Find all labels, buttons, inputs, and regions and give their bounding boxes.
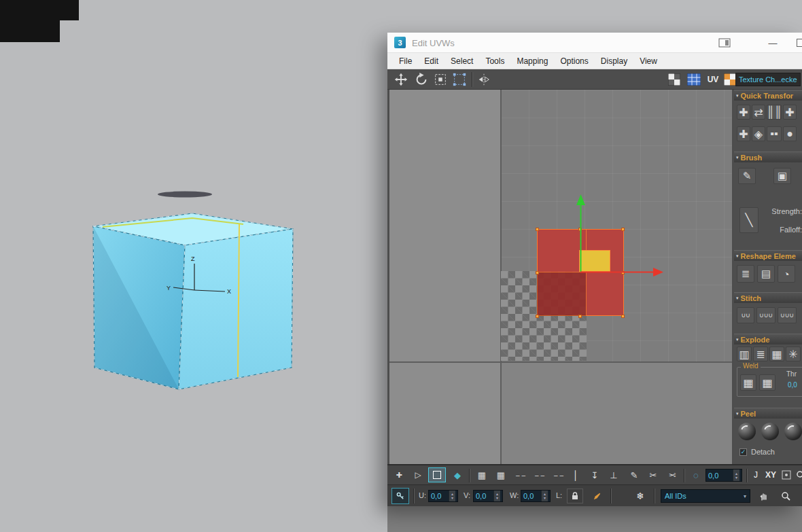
pelt-map-icon[interactable] bbox=[784, 423, 802, 440]
quick-peel-icon[interactable] bbox=[738, 423, 756, 440]
w-coordinate-field[interactable]: 0,0 ▴▾ bbox=[521, 490, 551, 502]
lock-selection-icon[interactable] bbox=[567, 489, 583, 503]
transform-gizmo[interactable] bbox=[389, 90, 732, 464]
stitch-average-icon[interactable]: ∪∪∪ bbox=[778, 307, 797, 323]
align-swap-icon[interactable]: ⇄ bbox=[752, 105, 765, 120]
dock-icon[interactable] bbox=[718, 38, 731, 48]
space-vertical-icon[interactable]: ║║ bbox=[767, 105, 782, 120]
align-pivot-icon[interactable]: ✚ bbox=[737, 126, 750, 141]
align-element-icon[interactable]: ◈ bbox=[752, 126, 765, 141]
menu-display[interactable]: Display bbox=[595, 53, 633, 69]
relax-element-icon[interactable]: ◔ bbox=[778, 265, 795, 283]
texture-checker-icon[interactable] bbox=[723, 73, 737, 86]
xy-space-toggle[interactable]: XY bbox=[763, 468, 779, 482]
freeform-mode-icon[interactable] bbox=[451, 71, 468, 88]
rollout-brush[interactable]: ▾ Brush bbox=[734, 152, 802, 162]
pan-hand-icon[interactable] bbox=[756, 489, 772, 503]
uv-space-label[interactable]: UV bbox=[705, 73, 720, 86]
soft-move-icon[interactable]: ✚ bbox=[391, 468, 406, 482]
menu-edit[interactable]: Edit bbox=[418, 53, 444, 69]
flatten-icon[interactable]: ▦ bbox=[769, 347, 784, 361]
linear-align-icon[interactable]: ▪▪ bbox=[767, 126, 782, 141]
title-bar[interactable]: 3 Edit UVWs — bbox=[387, 33, 802, 53]
v-spinner[interactable]: ▴▾ bbox=[493, 491, 500, 501]
3d-viewport[interactable]: Z X Y bbox=[0, 0, 387, 532]
select-element-cube-icon[interactable]: ◆ bbox=[450, 468, 465, 482]
polygon-select-icon[interactable]: ▷ bbox=[411, 468, 425, 482]
zoom-icon[interactable] bbox=[794, 468, 802, 482]
align-dot-icon[interactable]: ● bbox=[783, 126, 797, 141]
falloff-curve-icon[interactable]: ╲ bbox=[739, 207, 759, 233]
peel-mode-icon[interactable] bbox=[761, 423, 779, 440]
u-spinner[interactable]: ▴▾ bbox=[449, 491, 455, 501]
align-to-bottom-icon[interactable]: ⊥ bbox=[606, 468, 621, 482]
weld-all-icon[interactable]: ▦ bbox=[759, 374, 775, 391]
edge-extend-icon[interactable]: – – bbox=[551, 468, 567, 482]
soft-selection-icon[interactable]: ◌ bbox=[689, 468, 703, 482]
menu-file[interactable]: File bbox=[393, 53, 418, 69]
edge-loop-icon[interactable]: – – bbox=[512, 468, 529, 482]
absolute-mode-button[interactable] bbox=[391, 488, 409, 504]
align-bar-icon[interactable]: │ bbox=[571, 468, 580, 482]
stitch-target-icon[interactable]: ∪∪∪ bbox=[756, 307, 775, 323]
rollout-stitch[interactable]: ▾ Stitch bbox=[734, 292, 802, 303]
u-value[interactable]: 0,0 bbox=[431, 492, 441, 500]
weld-selected-icon[interactable]: ▦ bbox=[740, 374, 756, 391]
material-ids-dropdown[interactable]: All IDs ▾ bbox=[661, 489, 750, 503]
texture-select-dropdown[interactable]: Texture Ch...ecke bbox=[735, 73, 801, 86]
menu-options[interactable]: Options bbox=[554, 53, 594, 69]
element-mode-button[interactable] bbox=[428, 467, 446, 482]
rollout-reshape-elements[interactable]: ▾ Reshape Eleme bbox=[734, 250, 802, 261]
soft-selection-value-field[interactable]: 0,0 ▴▾ bbox=[705, 469, 742, 482]
rectangularize-icon[interactable]: ▤ bbox=[757, 265, 775, 283]
flattened-plane-object[interactable] bbox=[158, 192, 212, 198]
weld-threshold-value[interactable]: 0,0 bbox=[788, 381, 797, 389]
gizmo-x-arrow[interactable] bbox=[653, 268, 663, 277]
edit-seams-icon[interactable]: ✎ bbox=[627, 468, 642, 482]
u-coordinate-field[interactable]: 0,0 ▴▾ bbox=[428, 490, 458, 502]
w-spinner[interactable]: ▴▾ bbox=[541, 491, 548, 501]
show-checker-icon[interactable] bbox=[667, 73, 681, 86]
move-tool-icon[interactable] bbox=[393, 71, 409, 88]
stitch-custom-icon[interactable]: ∪∪ bbox=[737, 307, 754, 323]
freeze-icon[interactable]: ❄ bbox=[632, 489, 648, 503]
break-icon[interactable]: ▥ bbox=[737, 347, 752, 361]
detach-edge-icon[interactable]: ≣ bbox=[753, 347, 768, 361]
limit-icon[interactable] bbox=[780, 468, 792, 482]
grow-selection-icon[interactable]: ▦ bbox=[474, 468, 489, 482]
menu-view[interactable]: View bbox=[633, 53, 663, 69]
gizmo-y-arrow[interactable] bbox=[576, 194, 585, 205]
detach-checkbox[interactable]: ✓ bbox=[739, 448, 747, 456]
paint-brush-icon[interactable]: ✎ bbox=[738, 168, 756, 184]
show-grid-icon[interactable] bbox=[686, 73, 701, 86]
rollout-peel[interactable]: ▾ Peel bbox=[734, 408, 802, 419]
align-plus-icon[interactable]: ✚ bbox=[783, 105, 797, 120]
menu-tools[interactable]: Tools bbox=[479, 53, 510, 69]
rollout-explode[interactable]: ▾ Explode bbox=[734, 334, 802, 344]
edge-ring-icon[interactable]: – – bbox=[531, 468, 548, 482]
convert-seams-icon[interactable]: ✂ bbox=[665, 468, 680, 482]
v-value[interactable]: 0,0 bbox=[476, 492, 486, 500]
explode-icon[interactable]: ✳ bbox=[786, 347, 801, 361]
falloff-curve-button[interactable]: J bbox=[750, 468, 761, 482]
rotate-tool-icon[interactable] bbox=[413, 71, 430, 88]
v-coordinate-field[interactable]: 0,0 ▴▾ bbox=[473, 490, 503, 502]
rollout-quick-transform[interactable]: ▾ Quick Transfor bbox=[734, 90, 802, 101]
point-to-point-seam-icon[interactable]: ✂ bbox=[646, 468, 661, 482]
maximize-button[interactable] bbox=[797, 39, 802, 47]
menu-mapping[interactable]: Mapping bbox=[510, 53, 554, 69]
straighten-icon[interactable]: ≣ bbox=[737, 265, 754, 283]
scale-tool-icon[interactable] bbox=[432, 71, 449, 88]
relax-brush-icon[interactable]: ▣ bbox=[773, 168, 791, 184]
value-spinner[interactable]: ▴▾ bbox=[733, 469, 739, 481]
cube-object[interactable]: Z X Y bbox=[0, 0, 387, 532]
zoom-region-icon[interactable] bbox=[778, 489, 794, 503]
menu-select[interactable]: Select bbox=[444, 53, 479, 69]
soft-selection-value[interactable]: 0,0 bbox=[708, 472, 718, 480]
shrink-selection-icon[interactable]: ▦ bbox=[493, 468, 508, 482]
mirror-tool-icon[interactable] bbox=[476, 71, 492, 88]
highlight-pen-icon[interactable] bbox=[589, 489, 605, 503]
align-horizontal-icon[interactable]: ✚ bbox=[737, 105, 750, 120]
w-value[interactable]: 0,0 bbox=[523, 492, 534, 500]
align-to-edge-icon[interactable]: ↧ bbox=[587, 468, 602, 482]
